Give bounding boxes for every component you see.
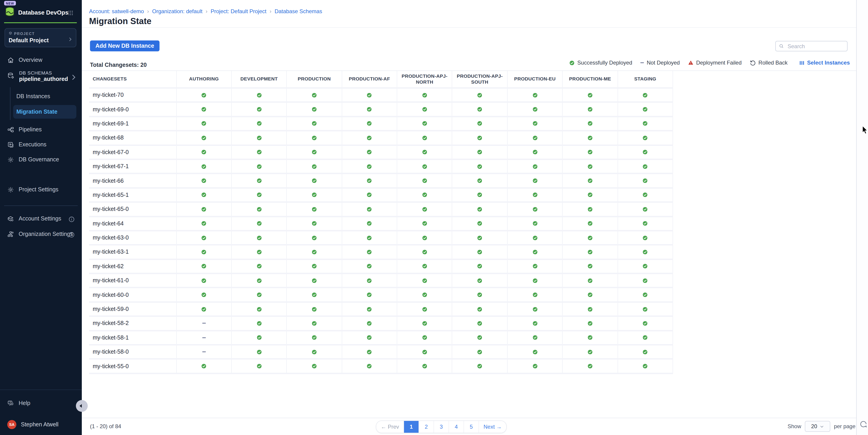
application-window: NEW Database DevOps PROJECT Default Proj…: [0, 0, 868, 435]
success-badge-icon: [367, 250, 372, 254]
status-cell: [563, 274, 618, 287]
breadcrumb-link[interactable]: Project: Default Project: [211, 8, 266, 14]
status-cell: [397, 274, 453, 287]
changeset-name: my-ticket-69-1: [89, 117, 177, 130]
status-cell: [287, 345, 342, 359]
sidebar-item-account-settings[interactable]: Account Settings: [0, 213, 82, 224]
page-button-5[interactable]: 5: [464, 421, 479, 433]
select-instances-button[interactable]: Select Instances: [799, 60, 850, 66]
breadcrumb-link[interactable]: Organization: default: [152, 8, 203, 14]
search-input[interactable]: [787, 42, 844, 50]
status-cell: [507, 345, 563, 359]
sidebar-item-executions[interactable]: Executions: [0, 138, 82, 151]
success-badge-icon: [477, 264, 482, 269]
success-badge-icon: [256, 278, 261, 283]
next-button[interactable]: Next →: [479, 421, 506, 433]
page-button-2[interactable]: 2: [419, 421, 434, 433]
sidebar-item-overview[interactable]: Overview: [0, 54, 82, 66]
apps-grid-icon[interactable]: [68, 9, 73, 15]
status-cell: [342, 89, 397, 102]
changeset-name: my-ticket-61-0: [89, 274, 177, 287]
table-row: my-ticket-61-0: [89, 274, 673, 288]
success-badge-icon: [422, 93, 427, 97]
page-button-3[interactable]: 3: [434, 421, 449, 433]
status-cell: [453, 246, 507, 259]
changeset-name: my-ticket-60-0: [89, 288, 177, 301]
success-badge-icon: [477, 364, 482, 369]
status-cell: [507, 246, 563, 259]
success-badge-icon: [588, 264, 593, 269]
success-badge-icon: [201, 192, 206, 197]
success-badge-icon: [532, 150, 537, 155]
sidebar-collapse-handle[interactable]: [76, 400, 88, 412]
column-header: STAGING: [618, 71, 673, 87]
success-badge-icon: [588, 135, 593, 141]
feedback-chat-icon[interactable]: [859, 421, 867, 428]
status-cell: [177, 360, 232, 373]
columns-icon: [799, 60, 804, 65]
sidebar-item-db-schemas[interactable]: DB SCHEMAS pipeline_authored: [0, 67, 82, 85]
sidebar-item-pipelines[interactable]: Pipelines: [0, 124, 82, 135]
success-badge-icon: [532, 207, 537, 212]
status-cell: [507, 231, 563, 244]
status-cell: [397, 146, 453, 159]
success-badge-icon: [588, 121, 593, 126]
status-cell: [563, 288, 618, 301]
status-cell: [453, 217, 507, 230]
success-badge-icon: [256, 250, 261, 254]
sidebar-item-migration-state[interactable]: Migration State: [13, 105, 76, 119]
status-cell: [342, 174, 397, 187]
success-badge-icon: [256, 264, 261, 269]
status-cell: [177, 303, 232, 316]
success-badge-icon: [477, 164, 482, 169]
success-badge-icon: [367, 121, 372, 126]
table-row: my-ticket-64: [89, 217, 673, 231]
success-badge-icon: [532, 264, 537, 269]
status-cell: [507, 203, 563, 216]
not-deployed-dash-icon: [202, 337, 206, 338]
success-badge-icon: [312, 150, 317, 155]
success-badge-icon: [588, 307, 593, 312]
status-cell: [507, 303, 563, 316]
page-button-4[interactable]: 4: [449, 421, 464, 433]
status-cell: [342, 203, 397, 216]
column-header: DEVELOPMENT: [232, 71, 287, 87]
add-new-db-instance-button[interactable]: Add New DB Instance: [90, 40, 159, 51]
sidebar-item-project-settings[interactable]: Project Settings: [0, 184, 82, 195]
status-cell: [287, 160, 342, 173]
search-box[interactable]: [775, 41, 847, 51]
success-badge-icon: [588, 364, 593, 369]
success-badge-icon: [643, 178, 648, 183]
total-changesets-label: Total Changesets: 20: [90, 62, 147, 68]
sidebar-item-help[interactable]: ? Help: [0, 397, 82, 409]
success-badge-icon: [588, 235, 593, 240]
success-badge-icon: [643, 93, 648, 97]
success-badge-icon: [367, 178, 372, 183]
success-badge-icon: [588, 207, 593, 212]
project-selector[interactable]: PROJECT Default Project: [4, 28, 76, 47]
status-cell: [177, 317, 232, 330]
status-cell: [618, 231, 673, 244]
sidebar-item-db-instances[interactable]: DB Instances: [17, 90, 75, 102]
status-cell: [507, 260, 563, 273]
breadcrumb-link[interactable]: Database Schemas: [275, 8, 322, 14]
not-deployed-dash-icon: [640, 62, 644, 63]
success-badge-icon: [643, 150, 648, 155]
success-badge-icon: [588, 107, 593, 112]
prev-button[interactable]: ← Prev: [376, 421, 404, 433]
status-cell: [507, 288, 563, 301]
changeset-name: my-ticket-67-1: [89, 160, 177, 173]
page-button-1[interactable]: 1: [404, 421, 419, 433]
status-cell: [342, 274, 397, 287]
success-badge-icon: [312, 335, 317, 340]
sidebar-item-organization-settings[interactable]: Organization Settings: [0, 228, 82, 240]
per-page-select[interactable]: 20: [805, 421, 830, 432]
gear-icon: [7, 186, 14, 193]
breadcrumb-link[interactable]: Account: satwell-demo: [89, 8, 144, 14]
status-cell: [342, 131, 397, 144]
user-menu[interactable]: SA Stephen Atwell: [0, 418, 82, 431]
status-cell: [397, 360, 453, 373]
new-badge: NEW: [4, 1, 16, 5]
status-cell: [453, 160, 507, 173]
sidebar-item-db-governance[interactable]: DB Governance: [0, 154, 82, 165]
